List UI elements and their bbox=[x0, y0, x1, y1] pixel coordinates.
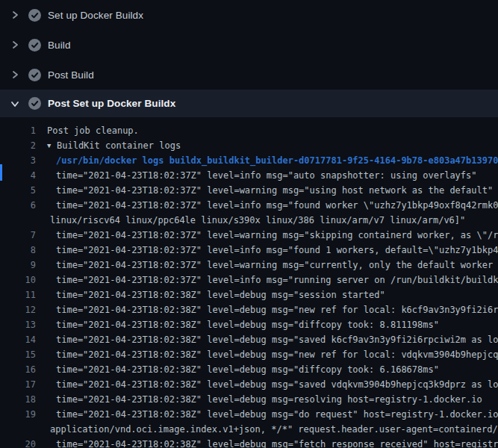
actions-log-viewer: Set up Docker Buildx Build Post Build bbox=[0, 0, 498, 448]
line-text: time="2021-04-23T18:02:38Z" level=debug … bbox=[36, 437, 498, 448]
group-toggle-icon[interactable]: ▼ bbox=[47, 138, 57, 153]
log-line: 9 time="2021-04-23T18:02:37Z" level=warn… bbox=[0, 258, 498, 273]
line-number[interactable]: 8 bbox=[0, 243, 36, 258]
step-title: Set up Docker Buildx bbox=[48, 10, 143, 21]
log-line: 8 time="2021-04-23T18:02:37Z" level=info… bbox=[0, 243, 498, 258]
line-number[interactable]: 13 bbox=[0, 317, 36, 332]
line-number[interactable]: 9 bbox=[0, 258, 36, 273]
step-title: Post Build bbox=[48, 69, 94, 81]
line-text: time="2021-04-23T18:02:37Z" level=warnin… bbox=[36, 258, 498, 273]
line-number[interactable]: 17 bbox=[0, 377, 36, 392]
line-number[interactable]: 16 bbox=[0, 362, 36, 377]
log-line: 1 Post job cleanup. bbox=[0, 123, 498, 138]
line-number[interactable]: 19 bbox=[0, 407, 36, 422]
check-circle-icon bbox=[28, 9, 41, 22]
log-line: 18 time="2021-04-23T18:02:38Z" level=deb… bbox=[0, 392, 498, 407]
log-line: 2 ▼BuildKit container logs bbox=[0, 138, 498, 153]
line-text: linux/riscv64 linux/ppc64le linux/s390x … bbox=[36, 213, 465, 228]
line-number[interactable]: 12 bbox=[0, 302, 36, 317]
log-line: 5 time="2021-04-23T18:02:37Z" level=warn… bbox=[0, 183, 498, 198]
group-label[interactable]: BuildKit container logs bbox=[57, 140, 181, 151]
log-line: 10 time="2021-04-23T18:02:37Z" level=inf… bbox=[0, 273, 498, 287]
log-line: 14 time="2021-04-23T18:02:38Z" level=deb… bbox=[0, 332, 498, 347]
step-row[interactable]: Build bbox=[0, 30, 498, 60]
log-line: 3 /usr/bin/docker logs buildx_buildkit_b… bbox=[0, 153, 498, 168]
log-line: linux/riscv64 linux/ppc64le linux/s390x … bbox=[0, 213, 498, 228]
log-line: 17 time="2021-04-23T18:02:38Z" level=deb… bbox=[0, 377, 498, 392]
step-title: Build bbox=[48, 40, 71, 51]
line-text: time="2021-04-23T18:02:38Z" level=debug … bbox=[36, 377, 498, 392]
line-text: time="2021-04-23T18:02:37Z" level=warnin… bbox=[36, 183, 493, 198]
line-number[interactable]: 1 bbox=[0, 123, 36, 138]
check-circle-icon bbox=[28, 97, 41, 110]
line-number[interactable]: 4 bbox=[0, 168, 36, 183]
line-number[interactable]: 3 bbox=[0, 153, 36, 168]
log-line: 4 time="2021-04-23T18:02:37Z" level=info… bbox=[0, 168, 498, 183]
line-number[interactable]: 20 bbox=[0, 437, 36, 448]
chevron-right-icon bbox=[10, 70, 19, 79]
line-number[interactable]: 2 bbox=[0, 138, 36, 153]
line-text: time="2021-04-23T18:02:38Z" level=debug … bbox=[36, 347, 498, 362]
line-text: time="2021-04-23T18:02:38Z" level=debug … bbox=[36, 317, 439, 332]
step-row[interactable]: Post Set up Docker Buildx bbox=[0, 90, 498, 117]
steps-list: Set up Docker Buildx Build Post Build bbox=[0, 0, 498, 117]
check-circle-icon bbox=[28, 39, 41, 52]
line-number[interactable]: 10 bbox=[0, 273, 36, 287]
log-line: application/vnd.oci.image.index.v1+json,… bbox=[0, 422, 498, 437]
line-text: time="2021-04-23T18:02:38Z" level=debug … bbox=[36, 332, 498, 347]
line-text: time="2021-04-23T18:02:37Z" level=info m… bbox=[36, 168, 477, 183]
step-row[interactable]: Post Build bbox=[0, 60, 498, 90]
line-text: time="2021-04-23T18:02:37Z" level=info m… bbox=[36, 273, 498, 287]
line-text: time="2021-04-23T18:02:37Z" level=warnin… bbox=[36, 228, 498, 243]
line-text: time="2021-04-23T18:02:37Z" level=info m… bbox=[36, 243, 498, 258]
line-number[interactable]: 18 bbox=[0, 392, 36, 407]
log-line: 11 time="2021-04-23T18:02:38Z" level=deb… bbox=[0, 287, 498, 302]
log-line: 16 time="2021-04-23T18:02:38Z" level=deb… bbox=[0, 362, 498, 377]
left-edge-indicator bbox=[0, 164, 2, 181]
line-text: time="2021-04-23T18:02:38Z" level=debug … bbox=[36, 362, 439, 377]
line-text: Post job cleanup. bbox=[36, 123, 139, 138]
line-text: /usr/bin/docker logs buildx_buildkit_bui… bbox=[36, 153, 498, 168]
log-line: 6 time="2021-04-23T18:02:37Z" level=info… bbox=[0, 198, 498, 213]
line-text: time="2021-04-23T18:02:37Z" level=info m… bbox=[36, 198, 498, 213]
log-area: 1 Post job cleanup. 2 ▼BuildKit containe… bbox=[0, 117, 498, 448]
line-number[interactable]: 6 bbox=[0, 198, 36, 213]
log-line: 13 time="2021-04-23T18:02:38Z" level=deb… bbox=[0, 317, 498, 332]
step-row[interactable]: Set up Docker Buildx bbox=[0, 0, 498, 30]
check-circle-icon bbox=[28, 69, 41, 81]
line-number[interactable]: 15 bbox=[0, 347, 36, 362]
line-text: time="2021-04-23T18:02:38Z" level=debug … bbox=[36, 287, 385, 302]
line-text: time="2021-04-23T18:02:38Z" level=debug … bbox=[36, 302, 498, 317]
line-number[interactable]: 7 bbox=[0, 228, 36, 243]
chevron-right-icon bbox=[10, 40, 19, 49]
log-line: 15 time="2021-04-23T18:02:38Z" level=deb… bbox=[0, 347, 498, 362]
log-line: 12 time="2021-04-23T18:02:38Z" level=deb… bbox=[0, 302, 498, 317]
line-text: time="2021-04-23T18:02:38Z" level=debug … bbox=[36, 407, 498, 422]
log-line: 20 time="2021-04-23T18:02:38Z" level=deb… bbox=[0, 437, 498, 448]
line-number[interactable]: 11 bbox=[0, 287, 36, 302]
chevron-right-icon bbox=[10, 10, 19, 19]
line-text: time="2021-04-23T18:02:38Z" level=debug … bbox=[36, 392, 482, 407]
step-title: Post Set up Docker Buildx bbox=[48, 98, 175, 109]
chevron-down-icon bbox=[10, 99, 19, 108]
log-line: 19 time="2021-04-23T18:02:38Z" level=deb… bbox=[0, 407, 498, 422]
line-number[interactable]: 5 bbox=[0, 183, 36, 198]
line-text: application/vnd.oci.image.index.v1+json,… bbox=[36, 422, 498, 437]
line-text: ▼BuildKit container logs bbox=[36, 138, 181, 153]
log-line: 7 time="2021-04-23T18:02:37Z" level=warn… bbox=[0, 228, 498, 243]
line-number[interactable]: 14 bbox=[0, 332, 36, 347]
